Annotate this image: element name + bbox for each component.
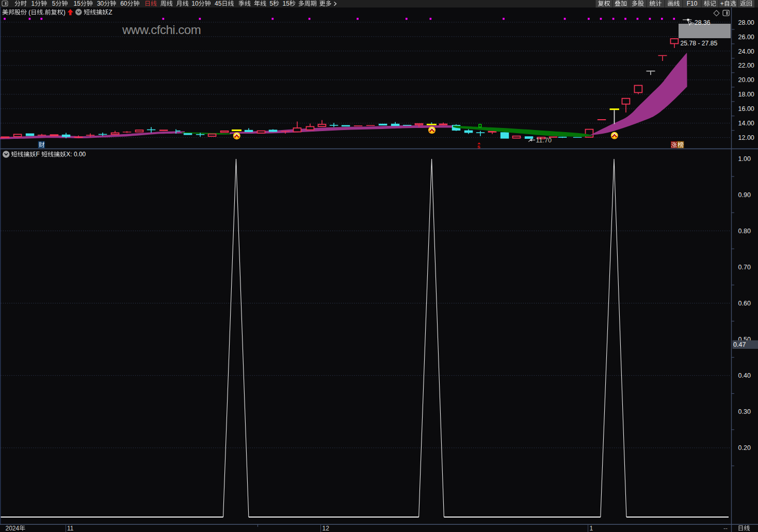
svg-text:0.60: 0.60: [738, 300, 751, 307]
svg-text:(: (: [28, 9, 30, 16]
svg-text:22.00: 22.00: [738, 62, 754, 69]
svg-text:+: +: [720, 0, 724, 7]
svg-text:16.00: 16.00: [738, 105, 754, 112]
svg-text:14.00: 14.00: [738, 120, 754, 127]
svg-text:1: 1: [31, 0, 35, 7]
svg-text:12.00: 12.00: [738, 134, 754, 141]
svg-text:F: F: [36, 151, 40, 158]
svg-text:30: 30: [97, 0, 104, 7]
svg-text:11.70: 11.70: [536, 137, 552, 144]
svg-text:26.00: 26.00: [738, 34, 754, 41]
svg-text:1: 1: [590, 525, 593, 532]
svg-text:0.90: 0.90: [738, 191, 751, 199]
svg-text:60: 60: [120, 0, 127, 7]
svg-text:X:: X:: [66, 151, 72, 158]
svg-text:25.78 - 27.85: 25.78 - 27.85: [681, 40, 718, 47]
svg-text:1.00: 1.00: [738, 155, 751, 163]
svg-text:0.70: 0.70: [738, 264, 751, 271]
svg-text:0.40: 0.40: [738, 372, 751, 379]
svg-text:0.47: 0.47: [733, 341, 746, 348]
svg-text:0.00: 0.00: [74, 151, 86, 158]
svg-text:F10: F10: [687, 0, 698, 7]
svg-text:5: 5: [52, 0, 56, 7]
svg-text:18.00: 18.00: [738, 91, 754, 98]
svg-text:12: 12: [322, 525, 330, 532]
svg-text:2024: 2024: [6, 525, 20, 532]
svg-text:45: 45: [215, 0, 222, 7]
svg-text:0.80: 0.80: [738, 228, 751, 235]
svg-text:15: 15: [74, 0, 81, 7]
svg-text:0.20: 0.20: [738, 444, 751, 452]
svg-text:28.00: 28.00: [738, 19, 754, 26]
svg-text:): ): [63, 9, 66, 16]
svg-text:10: 10: [191, 0, 199, 7]
svg-text:--: --: [723, 525, 728, 532]
svg-text:5: 5: [269, 0, 273, 7]
svg-text:20.00: 20.00: [738, 76, 754, 84]
svg-text:15: 15: [283, 0, 290, 7]
svg-text:www.cfchi.com: www.cfchi.com: [122, 23, 201, 37]
svg-text:24.00: 24.00: [738, 48, 754, 55]
svg-text:.: .: [43, 9, 44, 16]
svg-text:28.36: 28.36: [695, 19, 711, 26]
svg-text:0.30: 0.30: [738, 408, 751, 415]
svg-text:Z: Z: [108, 9, 112, 16]
svg-text:11: 11: [67, 525, 74, 532]
